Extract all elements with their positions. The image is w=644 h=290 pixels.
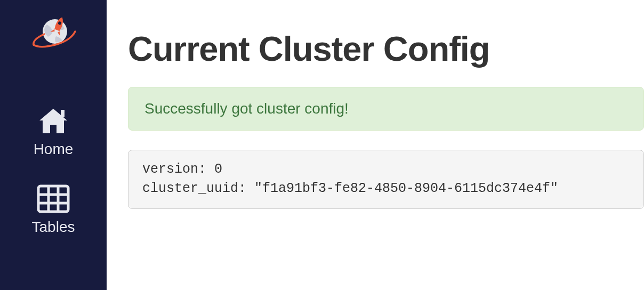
svg-rect-3	[38, 186, 68, 212]
sidebar-item-label: Tables	[32, 219, 75, 236]
sidebar-item-tables[interactable]: Tables	[0, 183, 107, 236]
app-logo	[29, 14, 77, 58]
page-title: Current Cluster Config	[128, 29, 644, 69]
main-content: Current Cluster Config Successfully got …	[107, 0, 644, 290]
sidebar-item-home[interactable]: Home	[0, 106, 107, 158]
table-icon	[37, 183, 70, 214]
success-alert: Successfully got cluster config!	[128, 87, 644, 131]
alert-message: Successfully got cluster config!	[144, 100, 349, 117]
svg-rect-2	[61, 110, 65, 117]
sidebar: Home Tables	[0, 0, 107, 290]
sidebar-item-label: Home	[34, 141, 74, 158]
home-icon	[37, 106, 69, 136]
config-output: version: 0 cluster_uuid: "f1a91bf3-fe82-…	[128, 150, 644, 209]
